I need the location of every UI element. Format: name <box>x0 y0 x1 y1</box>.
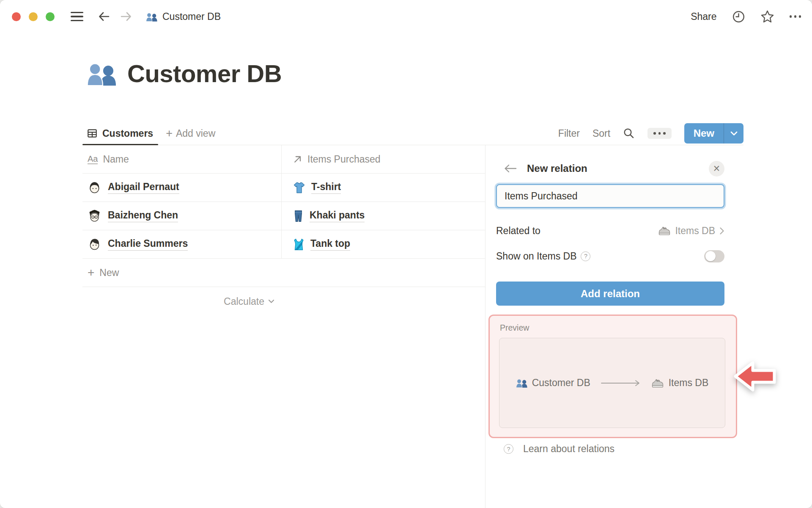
breadcrumb[interactable]: Customer DB <box>146 11 221 22</box>
chevron-right-icon <box>719 227 724 235</box>
table-row: Baizheng Chen Khaki pants <box>82 202 485 230</box>
new-relation-panel: New relation × Related to Items DB Show … <box>485 145 743 508</box>
help-icon: ? <box>504 444 513 454</box>
table-row: Abigail Pernaut T-shirt <box>82 174 485 202</box>
t-shirt-icon <box>293 181 306 194</box>
panel-back-button[interactable] <box>504 163 517 174</box>
avatar-abigail <box>88 181 102 195</box>
jeans-icon <box>293 210 304 223</box>
search-icon <box>623 127 635 139</box>
sidebar-menu-button[interactable] <box>71 12 83 21</box>
record-link[interactable]: Baizheng Chen <box>108 210 178 222</box>
show-on-label: Show on Items DB <box>496 251 576 262</box>
related-to-row[interactable]: Related to Items DB <box>496 222 724 239</box>
help-icon[interactable]: ? <box>581 251 590 261</box>
panel-title: New relation <box>527 163 587 174</box>
learn-label: Learn about relations <box>523 443 614 455</box>
sort-button[interactable]: Sort <box>593 128 610 139</box>
add-view-button[interactable]: + Add view <box>166 128 215 139</box>
tab-customers[interactable]: Customers <box>82 122 158 145</box>
chevron-down-icon <box>730 131 738 136</box>
column-label: Items Purchased <box>307 154 381 165</box>
preview-label: Preview <box>500 323 529 333</box>
tab-label: Customers <box>102 128 153 139</box>
app-window: Customer DB Share Custo <box>0 0 812 508</box>
forward-button[interactable] <box>120 11 132 22</box>
toggle-knob <box>705 251 716 261</box>
preview-target-label: Items DB <box>669 377 709 389</box>
panel-close-button[interactable]: × <box>709 161 724 177</box>
arrow-left-icon <box>98 11 110 22</box>
minimize-window-button[interactable] <box>29 12 38 21</box>
breadcrumb-title: Customer DB <box>162 11 221 22</box>
database-table: Aa Name Items Purchased Abigail Pernaut <box>82 145 485 316</box>
new-record-dropdown-button[interactable] <box>724 123 743 144</box>
chevron-down-icon <box>268 299 274 304</box>
name-cell[interactable]: Baizheng Chen <box>82 202 281 230</box>
arrow-right-icon <box>120 11 132 22</box>
new-row-button[interactable]: + New <box>82 259 485 287</box>
close-icon: × <box>713 163 720 174</box>
people-icon <box>146 11 157 22</box>
add-relation-button[interactable]: Add relation <box>496 282 724 306</box>
back-button[interactable] <box>98 11 110 22</box>
filter-button[interactable]: Filter <box>558 128 580 139</box>
new-record-button[interactable]: New <box>684 123 724 144</box>
window-titlebar: Customer DB Share <box>0 0 812 33</box>
relation-preview-diagram: Customer DB Items DB <box>499 338 725 428</box>
preview-source-label: Customer DB <box>532 377 590 389</box>
add-view-label: Add view <box>176 128 215 139</box>
favorite-button[interactable] <box>760 10 774 23</box>
table-row: Charlie Summers Tank top <box>82 230 485 259</box>
learn-about-relations-link[interactable]: ? Learn about relations <box>504 443 614 455</box>
column-header-name[interactable]: Aa Name <box>82 145 281 173</box>
relation-cell[interactable]: T-shirt <box>281 174 485 202</box>
sneaker-icon <box>658 225 671 236</box>
table-header-row: Aa Name Items Purchased <box>82 145 485 174</box>
record-link[interactable]: T-shirt <box>311 181 341 194</box>
share-button[interactable]: Share <box>691 11 716 22</box>
related-to-value: Items DB <box>675 225 715 237</box>
plus-icon: + <box>88 267 94 279</box>
people-icon <box>516 377 527 389</box>
more-options-button[interactable] <box>790 15 801 18</box>
calculate-label: Calculate <box>224 296 264 307</box>
search-button[interactable] <box>623 127 635 139</box>
relation-arrow-icon <box>293 155 302 164</box>
zoom-window-button[interactable] <box>46 12 55 21</box>
record-link[interactable]: Charlie Summers <box>108 238 188 251</box>
related-to-label: Related to <box>496 225 540 237</box>
relation-cell[interactable]: Khaki pants <box>281 202 485 230</box>
avatar-charlie <box>88 237 102 251</box>
traffic-lights <box>12 12 55 21</box>
text-property-icon: Aa <box>88 155 98 164</box>
updates-button[interactable] <box>732 10 745 23</box>
column-label: Name <box>103 154 129 165</box>
record-link[interactable]: Abigail Pernaut <box>108 181 179 194</box>
clock-icon <box>732 10 745 23</box>
plus-icon: + <box>166 128 173 139</box>
show-on-toggle[interactable] <box>704 250 724 262</box>
name-cell[interactable]: Charlie Summers <box>82 230 281 258</box>
record-link[interactable]: Khaki pants <box>310 210 365 222</box>
preview-highlight-box: Preview Customer DB <box>488 315 737 438</box>
close-window-button[interactable] <box>12 12 21 21</box>
column-header-items-purchased[interactable]: Items Purchased <box>281 145 485 173</box>
record-link[interactable]: Tank top <box>310 238 350 251</box>
sneaker-icon <box>651 378 664 389</box>
calculate-button[interactable]: Calculate <box>224 296 274 307</box>
annotation-arrow-left-icon <box>733 359 777 393</box>
relation-name-input[interactable] <box>496 184 724 208</box>
table-view-icon <box>87 128 98 139</box>
people-icon <box>87 58 116 88</box>
arrow-left-icon <box>504 163 517 174</box>
long-arrow-right-icon <box>601 380 641 387</box>
page-title: Customer DB <box>127 59 282 88</box>
new-row-label: New <box>99 267 119 279</box>
new-record-button-group: New <box>684 123 743 144</box>
name-cell[interactable]: Abigail Pernaut <box>82 174 281 202</box>
tank-top-icon <box>293 238 305 251</box>
star-icon <box>760 10 774 23</box>
relation-cell[interactable]: Tank top <box>281 230 485 258</box>
view-options-button[interactable] <box>647 128 672 139</box>
